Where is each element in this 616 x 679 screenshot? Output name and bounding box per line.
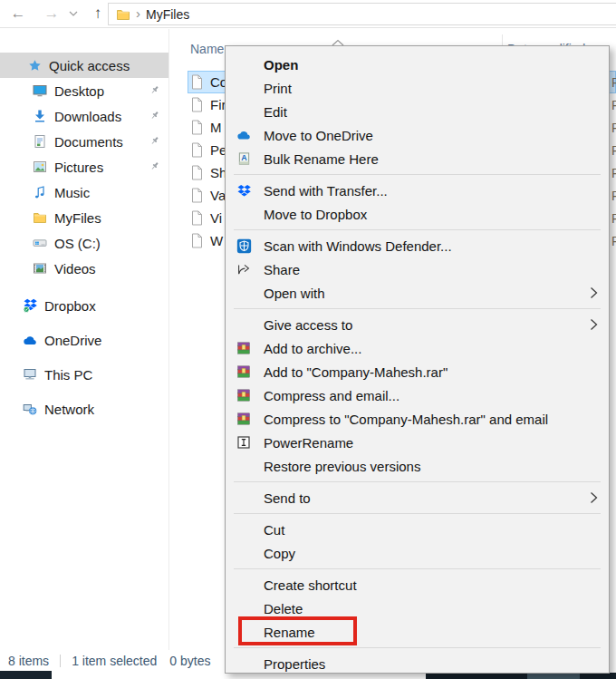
menu-item-share[interactable]: Share (226, 257, 609, 281)
menu-separator (234, 568, 601, 569)
file-name: Vi (210, 210, 222, 226)
menu-item-send-with-transfer[interactable]: Send with Transfer... (226, 179, 609, 202)
sidebar-item-desktop[interactable]: Desktop (0, 78, 168, 103)
menu-separator (234, 481, 601, 482)
sidebar-item-this-pc[interactable]: This PC (0, 362, 168, 387)
sidebar-item-onedrive[interactable]: OneDrive (0, 327, 168, 353)
page-icon (190, 74, 204, 90)
menu-item-label: Print (264, 81, 292, 96)
file-name: M (210, 120, 222, 135)
menu-item-open-with[interactable]: Open with (226, 281, 609, 305)
menu-item-label: Send to (264, 490, 311, 506)
menu-item-compress-and-email[interactable]: Compress and email... (226, 383, 609, 407)
menu-item-label: Copy (264, 546, 295, 561)
menu-item-label: Open (264, 57, 298, 73)
sidebar-item-os-c-[interactable]: OS (C:) (0, 230, 168, 256)
context-menu: OpenPrintEditMove to OneDriveABulk Renam… (225, 45, 610, 674)
sidebar-item-label: This PC (44, 367, 92, 383)
pin-icon (149, 84, 160, 96)
menu-item-send-to[interactable]: Send to (226, 486, 609, 509)
menu-item-add-to-archive[interactable]: Add to archive... (226, 336, 609, 360)
page-icon (190, 120, 204, 135)
bulk-rename-icon: A (237, 151, 251, 166)
menu-item-move-to-dropbox[interactable]: Move to Dropbox (226, 202, 609, 226)
powerrename-icon (236, 435, 251, 450)
file-date-fragment: P (611, 121, 616, 135)
address-bar[interactable]: › MyFiles (108, 3, 616, 25)
recent-locations-chevron-icon[interactable] (67, 8, 80, 19)
menu-item-delete[interactable]: Delete (226, 597, 609, 620)
selection-size: 0 bytes (169, 654, 210, 668)
menu-item-print[interactable]: Print (226, 76, 609, 100)
sidebar-item-music[interactable]: Music (0, 179, 168, 205)
menu-item-restore-previous-versions[interactable]: Restore previous versions (226, 454, 609, 478)
menu-item-copy[interactable]: Copy (226, 541, 609, 565)
sidebar-item-myfiles[interactable]: MyFiles (0, 205, 168, 230)
menu-item-rename[interactable]: Rename (226, 620, 609, 644)
winrar-icon (236, 364, 251, 379)
sidebar-item-downloads[interactable]: Downloads (0, 103, 168, 129)
toolbar: ← → ↑ › MyFiles (0, 0, 616, 28)
sidebar-item-label: Quick access (49, 58, 130, 73)
sidebar-item-dropbox[interactable]: Dropbox (0, 293, 168, 318)
sidebar-item-label: Downloads (54, 109, 121, 124)
sidebar-item-label: Documents (54, 134, 123, 150)
menu-item-add-to-company-mahesh-rar[interactable]: Add to "Company-Mahesh.rar" (226, 360, 609, 383)
menu-item-label: Compress to "Company-Mahesh.rar" and ema… (264, 412, 548, 427)
breadcrumb[interactable]: MyFiles (146, 7, 189, 22)
onedrive-icon (23, 335, 38, 345)
menu-item-label: Bulk Rename Here (264, 151, 379, 167)
sidebar-item-documents[interactable]: Documents (0, 129, 168, 154)
up-button[interactable]: ↑ (87, 3, 109, 24)
menu-separator (234, 647, 601, 648)
sidebar-item-quick-access[interactable]: Quick access (0, 53, 168, 78)
page-icon (190, 210, 204, 226)
back-button[interactable]: ← (7, 3, 29, 24)
column-header-name[interactable]: Name (190, 42, 224, 56)
pin-icon (149, 135, 160, 147)
sidebar-item-label: OS (C:) (54, 236, 101, 251)
menu-item-edit[interactable]: Edit (226, 100, 609, 123)
file-name: Va (210, 188, 226, 203)
documents-icon (33, 134, 47, 149)
sidebar-item-label: OneDrive (44, 333, 101, 348)
sidebar-item-network[interactable]: Network (0, 396, 168, 422)
sidebar-item-pictures[interactable]: Pictures (0, 154, 168, 179)
dropbox-icon (236, 184, 252, 198)
sidebar-item-label: Network (44, 402, 94, 417)
file-date-fragment: P (611, 166, 616, 180)
onedrive-cloud-icon (236, 130, 252, 141)
file-date-fragment: P (611, 234, 616, 248)
forward-button[interactable]: → (41, 3, 63, 24)
star-icon (27, 59, 42, 73)
file-name: W (210, 233, 223, 248)
file-date-fragment: P (611, 211, 616, 226)
pictures-icon (33, 160, 47, 174)
downloads-icon (33, 109, 47, 123)
menu-item-label: Create shortcut (264, 577, 357, 593)
folder-icon (116, 7, 130, 22)
menu-item-compress-to-company-mahesh-rar-and-email[interactable]: Compress to "Company-Mahesh.rar" and ema… (226, 407, 609, 431)
menu-item-label: Rename (264, 625, 315, 640)
winrar-icon (236, 388, 251, 403)
menu-item-powerrename[interactable]: PowerRename (226, 431, 609, 454)
menu-item-give-access-to[interactable]: Give access to (226, 313, 609, 336)
menu-item-label: Move to OneDrive (264, 128, 373, 143)
menu-item-cut[interactable]: Cut (226, 518, 609, 541)
menu-item-open[interactable]: Open (226, 53, 609, 76)
menu-item-bulk-rename-here[interactable]: ABulk Rename Here (226, 147, 609, 170)
menu-item-label: Send with Transfer... (264, 183, 388, 199)
taskbar-fragment-left (0, 671, 52, 679)
file-date-fragment: P (611, 143, 616, 158)
items-count: 8 items (8, 654, 49, 668)
menu-item-properties[interactable]: Properties (226, 652, 609, 675)
menu-item-label: Move to Dropbox (264, 207, 367, 222)
pin-icon (149, 110, 160, 121)
svg-text:A: A (241, 153, 247, 162)
menu-item-create-shortcut[interactable]: Create shortcut (226, 573, 609, 597)
menu-item-move-to-onedrive[interactable]: Move to OneDrive (226, 123, 609, 147)
menu-item-scan-with-windows-defender[interactable]: Scan with Windows Defender... (226, 234, 609, 257)
sidebar-item-label: Pictures (54, 160, 103, 175)
sidebar-item-videos[interactable]: Videos (0, 256, 168, 281)
menu-item-label: PowerRename (264, 435, 353, 451)
